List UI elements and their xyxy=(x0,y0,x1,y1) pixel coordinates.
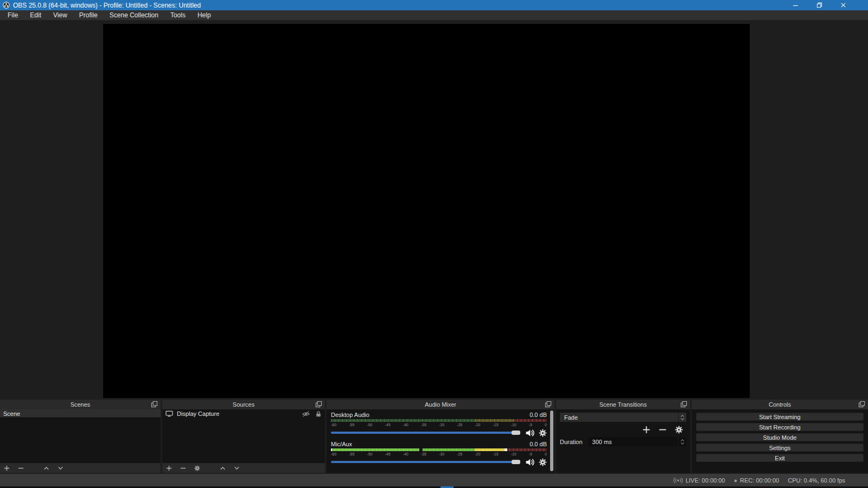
scene-move-up-button[interactable] xyxy=(43,465,49,471)
titlebar[interactable]: OBS 25.0.8 (64-bit, windows) - Profile: … xyxy=(0,0,868,10)
mic-aux-tick-labels: -60-55-50-45-40-35-30-25-20-15-10-50 xyxy=(331,452,547,457)
close-icon xyxy=(840,2,846,8)
source-move-down-button[interactable] xyxy=(234,465,240,471)
remove-scene-button[interactable] xyxy=(18,465,24,471)
source-item-label: Display Capture xyxy=(177,410,219,417)
desktop-audio-gear-icon[interactable] xyxy=(539,429,547,437)
source-list-item[interactable]: Display Capture xyxy=(162,409,325,418)
controls-panel: Controls Start Streaming Start Recording… xyxy=(692,400,868,473)
source-move-up-button[interactable] xyxy=(220,465,226,471)
studio-mode-button[interactable]: Studio Mode xyxy=(696,433,864,441)
sources-popout-icon[interactable] xyxy=(315,401,322,408)
transition-selected-value: Fade xyxy=(560,414,678,421)
live-time: LIVE: 00:00:00 xyxy=(686,477,725,484)
desktop-audio-volume-slider[interactable] xyxy=(331,428,520,438)
settings-button[interactable]: Settings xyxy=(696,444,864,452)
scenes-panel-header[interactable]: Scenes xyxy=(0,400,161,409)
sources-panel: Sources Display Capture xyxy=(162,400,325,473)
mic-aux-name: Mic/Aux xyxy=(331,441,352,448)
scene-transitions-header[interactable]: Scene Transitions xyxy=(556,400,690,409)
statusbar: LIVE: 00:00:00 ● REC: 00:00:00 CPU: 0.4%… xyxy=(0,474,868,486)
transition-properties-gear-button[interactable] xyxy=(675,426,683,434)
audio-mixer-body: Desktop Audio 0.0 dB -60-55-50-45-40-35-… xyxy=(327,409,554,473)
menubar: File Edit View Profile Scene Collection … xyxy=(0,10,868,20)
duration-spinner[interactable] xyxy=(678,437,686,446)
close-button[interactable] xyxy=(831,0,855,10)
menu-view[interactable]: View xyxy=(47,10,73,20)
scene-transitions-popout-icon[interactable] xyxy=(680,401,687,408)
start-streaming-button[interactable]: Start Streaming xyxy=(696,413,864,421)
duration-spinbox[interactable]: 300 ms xyxy=(588,437,686,446)
controls-body: Start Streaming Start Recording Studio M… xyxy=(692,409,868,473)
menu-tools[interactable]: Tools xyxy=(164,10,192,20)
cpu-fps-text: CPU: 0.4%, 60.00 fps xyxy=(788,477,845,484)
broadcast-icon xyxy=(673,477,683,484)
duration-label: Duration xyxy=(560,439,583,445)
mic-aux-slider-handle[interactable] xyxy=(512,460,520,464)
audio-mixer-popout-icon[interactable] xyxy=(545,401,552,408)
audio-mixer-title: Audio Mixer xyxy=(425,401,456,408)
menu-scene-collection[interactable]: Scene Collection xyxy=(104,10,164,20)
desktop-audio-tick-labels: -60-55-50-45-40-35-30-25-20-15-10-50 xyxy=(331,422,547,427)
chevron-down-icon xyxy=(680,442,685,445)
desktop-audio-name: Desktop Audio xyxy=(331,412,369,419)
menu-file[interactable]: File xyxy=(2,10,24,20)
scene-transitions-title: Scene Transitions xyxy=(599,401,647,408)
add-scene-button[interactable] xyxy=(4,465,10,471)
transition-select-spinner[interactable] xyxy=(678,413,686,422)
desktop-audio-slider-row xyxy=(331,428,547,438)
mic-aux-gear-icon[interactable] xyxy=(539,458,547,466)
audio-mixer-header[interactable]: Audio Mixer xyxy=(327,400,554,409)
rec-time: REC: 00:00:00 xyxy=(740,477,779,484)
add-transition-button[interactable] xyxy=(642,426,650,434)
preview-canvas[interactable] xyxy=(103,24,750,398)
obs-window: OBS 25.0.8 (64-bit, windows) - Profile: … xyxy=(0,0,868,488)
restore-icon xyxy=(816,2,822,8)
minimize-icon xyxy=(793,2,799,8)
dock: Scenes Scene Sources xyxy=(0,400,868,473)
remove-transition-button[interactable] xyxy=(659,426,667,434)
scene-list-item[interactable]: Scene xyxy=(0,409,161,418)
remove-source-button[interactable] xyxy=(180,465,186,471)
sources-panel-header[interactable]: Sources xyxy=(162,400,325,409)
slider-track xyxy=(331,432,520,434)
mic-aux-mute-speaker-icon[interactable] xyxy=(525,458,534,467)
start-recording-button[interactable]: Start Recording xyxy=(696,423,864,431)
slider-track xyxy=(331,461,520,463)
desktop-audio-db: 0.0 dB xyxy=(529,412,547,419)
window-title: OBS 25.0.8 (64-bit, windows) - Profile: … xyxy=(13,2,201,9)
mic-aux-volume-slider[interactable] xyxy=(331,457,520,467)
controls-popout-icon[interactable] xyxy=(858,401,865,408)
sources-toolbar xyxy=(162,463,325,473)
minimize-button[interactable] xyxy=(783,0,807,10)
transition-select[interactable]: Fade xyxy=(560,413,686,422)
main-area xyxy=(0,20,868,400)
mic-aux-db: 0.0 dB xyxy=(529,441,547,448)
source-lock-icon[interactable] xyxy=(315,410,322,418)
duration-value: 300 ms xyxy=(588,439,678,445)
scenes-toolbar xyxy=(0,463,161,473)
scene-move-down-button[interactable] xyxy=(58,465,63,471)
exit-button[interactable]: Exit xyxy=(696,454,864,462)
add-source-button[interactable] xyxy=(166,465,172,471)
duration-row: Duration 300 ms xyxy=(560,437,686,446)
source-properties-gear-button[interactable] xyxy=(194,465,200,471)
sources-list: Display Capture xyxy=(162,409,325,463)
mic-aux-slider-row xyxy=(331,457,547,467)
menu-edit[interactable]: Edit xyxy=(24,10,47,20)
restore-button[interactable] xyxy=(807,0,831,10)
scenes-panel: Scenes Scene xyxy=(0,400,161,473)
scene-transitions-panel: Scene Transitions Fade Duration xyxy=(556,400,690,473)
desktop-audio-mute-speaker-icon[interactable] xyxy=(525,428,534,438)
controls-title: Controls xyxy=(769,401,791,408)
obs-logo-icon xyxy=(3,2,10,9)
desktop-audio-label-row: Desktop Audio 0.0 dB xyxy=(331,412,547,419)
menu-profile[interactable]: Profile xyxy=(73,10,104,20)
audio-mixer-scrollbar[interactable] xyxy=(550,410,553,471)
mic-aux-meter xyxy=(331,448,547,451)
scenes-popout-icon[interactable] xyxy=(151,401,158,408)
source-visibility-icon[interactable] xyxy=(302,410,310,418)
controls-header[interactable]: Controls xyxy=(692,400,868,409)
desktop-audio-slider-handle[interactable] xyxy=(512,431,520,435)
menu-help[interactable]: Help xyxy=(192,10,217,20)
